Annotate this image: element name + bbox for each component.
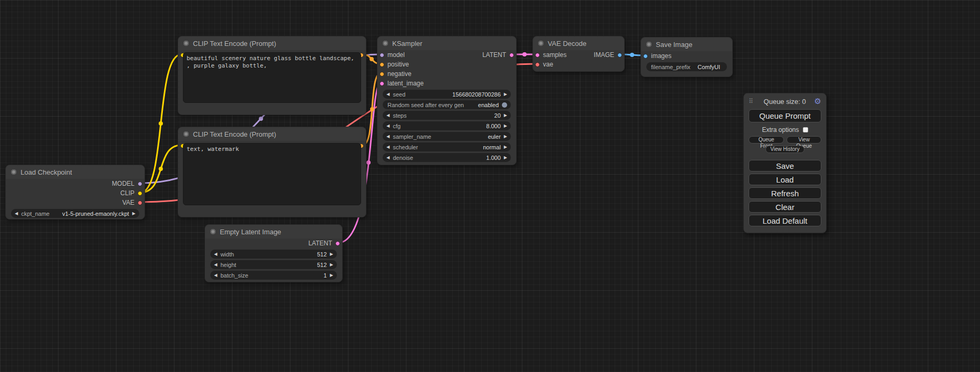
slot-dot-latent-image[interactable]	[380, 81, 384, 86]
view-history-button[interactable]: View History	[765, 146, 804, 153]
decrement-arrow-icon[interactable]: ◀	[386, 142, 390, 151]
output-slot-latent[interactable]: LATENT	[308, 239, 340, 248]
decrement-arrow-icon[interactable]: ◀	[386, 153, 390, 162]
node-title-bar[interactable]: Load Checkpoint	[6, 165, 144, 179]
slot-dot-model[interactable]	[380, 53, 384, 58]
widget-denoise[interactable]: ◀ denoise 1.000 ▶	[383, 153, 511, 162]
save-button[interactable]: Save	[749, 160, 821, 171]
output-slot-clip[interactable]: CLIP	[120, 188, 142, 198]
decrement-arrow-icon[interactable]: ◀	[214, 260, 217, 269]
slot-dot-negative[interactable]	[380, 72, 384, 77]
node-title-bar[interactable]: CLIP Text Encode (Prompt)	[178, 127, 366, 141]
decrement-arrow-icon[interactable]: ◀	[386, 111, 390, 120]
collapse-dot[interactable]	[383, 41, 388, 46]
output-slot-image[interactable]: IMAGE	[594, 50, 622, 60]
load-button[interactable]: Load	[749, 174, 821, 185]
output-slot-model[interactable]: MODEL	[112, 179, 142, 188]
node-load-checkpoint[interactable]: Load Checkpoint MODEL CLIP VAE ◀ ckpt_na…	[5, 165, 145, 220]
node-title-bar[interactable]: CLIP Text Encode (Prompt)	[178, 36, 366, 50]
widget-height[interactable]: ◀ height 512 ▶	[210, 260, 337, 269]
slot-dot-positive[interactable]	[380, 62, 384, 67]
increment-arrow-icon[interactable]: ▶	[504, 90, 507, 99]
increment-arrow-icon[interactable]: ▶	[330, 260, 333, 269]
node-clip-text-encode-negative[interactable]: CLIP Text Encode (Prompt) clip CONDITION…	[178, 127, 366, 217]
slot-dot-latent[interactable]	[335, 241, 340, 246]
increment-arrow-icon[interactable]: ▶	[330, 250, 333, 259]
collapse-dot[interactable]	[183, 41, 189, 46]
collapse-dot[interactable]	[646, 42, 652, 47]
input-slot-vae[interactable]: vae	[535, 60, 553, 69]
settings-gear-icon[interactable]: ⚙	[814, 97, 821, 106]
decrement-arrow-icon[interactable]: ◀	[386, 121, 390, 130]
refresh-button[interactable]: Refresh	[749, 187, 821, 199]
node-title: KSampler	[392, 40, 422, 47]
node-empty-latent-image[interactable]: Empty Latent Image LATENT ◀ width 512 ▶ …	[205, 224, 343, 282]
collapse-dot[interactable]	[210, 229, 216, 234]
link-midpoint-dot-latent2	[522, 52, 527, 56]
node-title-bar[interactable]: Empty Latent Image	[205, 225, 342, 239]
slot-dot-vae[interactable]	[535, 62, 540, 67]
decrement-arrow-icon[interactable]: ◀	[386, 132, 390, 141]
slot-dot-clip[interactable]	[138, 191, 142, 196]
input-slot-latent-image[interactable]: latent_image	[380, 79, 424, 88]
widget-width[interactable]: ◀ width 512 ▶	[210, 250, 337, 259]
extra-options-checkbox[interactable]	[803, 127, 808, 132]
slot-dot-vae[interactable]	[138, 201, 142, 205]
node-ksampler[interactable]: KSampler model LATENT positive negative	[377, 36, 517, 165]
widget-sampler-name[interactable]: ◀ sampler_name euler ▶	[383, 132, 511, 141]
decrement-arrow-icon[interactable]: ◀	[214, 271, 217, 280]
widget-value: euler	[488, 133, 500, 140]
queue-front-button[interactable]: Queue Front	[749, 136, 784, 144]
node-title-bar[interactable]: Save Image	[641, 37, 732, 51]
input-slot-model[interactable]: model	[380, 50, 405, 60]
widget-label: seed	[393, 91, 405, 98]
slot-dot-images[interactable]	[643, 54, 648, 59]
slot-dot-image[interactable]	[617, 53, 622, 58]
output-slot-latent[interactable]: LATENT	[482, 50, 514, 60]
widget-scheduler[interactable]: ◀ scheduler normal ▶	[383, 142, 511, 151]
increment-arrow-icon[interactable]: ▶	[504, 121, 507, 130]
output-slot-vae[interactable]: VAE	[122, 198, 142, 207]
node-clip-text-encode-positive[interactable]: CLIP Text Encode (Prompt) clip CONDITION…	[178, 36, 366, 115]
widget-random-seed-toggle[interactable]: Random seed after every gen enabled	[383, 100, 511, 109]
load-default-button[interactable]: Load Default	[749, 215, 821, 226]
decrement-arrow-icon[interactable]: ◀	[15, 209, 18, 218]
input-slot-positive[interactable]: positive	[380, 60, 409, 69]
decrement-arrow-icon[interactable]: ◀	[214, 250, 217, 259]
slot-dot-samples[interactable]	[535, 53, 540, 58]
widget-cfg[interactable]: ◀ cfg 8.000 ▶	[383, 121, 511, 130]
slot-dot-latent[interactable]	[509, 53, 514, 58]
node-save-image[interactable]: Save Image images filename_prefix ComfyU…	[641, 37, 733, 77]
collapse-dot[interactable]	[183, 131, 189, 137]
increment-arrow-icon[interactable]: ▶	[132, 209, 135, 218]
toggle-dot[interactable]	[502, 102, 507, 108]
prompt-textarea[interactable]: text, watermark	[183, 143, 361, 205]
input-slot-negative[interactable]: negative	[380, 69, 411, 79]
input-slot-images[interactable]: images	[643, 51, 672, 61]
widget-filename-prefix[interactable]: filename_prefix ComfyUI	[646, 62, 727, 71]
view-queue-button[interactable]: View Queue	[787, 136, 821, 144]
increment-arrow-icon[interactable]: ▶	[330, 271, 333, 280]
clear-button[interactable]: Clear	[749, 201, 821, 213]
increment-arrow-icon[interactable]: ▶	[504, 111, 507, 120]
slot-dot-model[interactable]	[138, 182, 142, 186]
increment-arrow-icon[interactable]: ▶	[504, 142, 507, 151]
collapse-dot[interactable]	[11, 169, 16, 175]
decrement-arrow-icon[interactable]: ◀	[386, 90, 390, 99]
queue-prompt-button[interactable]: Queue Prompt	[749, 109, 821, 122]
node-title-bar[interactable]: VAE Decode	[533, 36, 624, 50]
drag-handle-icon[interactable]: ⠿	[749, 98, 753, 105]
queue-panel[interactable]: ⠿ Queue size: 0 ⚙ Queue Prompt Extra opt…	[743, 93, 827, 233]
widget-ckpt-name[interactable]: ◀ ckpt_name v1-5-pruned-emaonly.ckpt ▶	[11, 209, 139, 218]
increment-arrow-icon[interactable]: ▶	[504, 132, 507, 141]
widget-seed[interactable]: ◀ seed 156680208700286 ▶	[383, 90, 511, 99]
comfyui-canvas[interactable]: { "colors": { "model": "#B39DDB", "clip"…	[0, 0, 980, 372]
input-slot-samples[interactable]: samples	[535, 50, 567, 60]
node-vae-decode[interactable]: VAE Decode samples IMAGE vae	[532, 36, 625, 72]
increment-arrow-icon[interactable]: ▶	[504, 153, 507, 162]
widget-batch-size[interactable]: ◀ batch_size 1 ▶	[210, 271, 337, 280]
prompt-textarea[interactable]: beautiful scenery nature glass bottle la…	[183, 52, 361, 103]
collapse-dot[interactable]	[538, 41, 544, 46]
widget-steps[interactable]: ◀ steps 20 ▶	[383, 111, 511, 120]
node-title-bar[interactable]: KSampler	[377, 36, 516, 50]
